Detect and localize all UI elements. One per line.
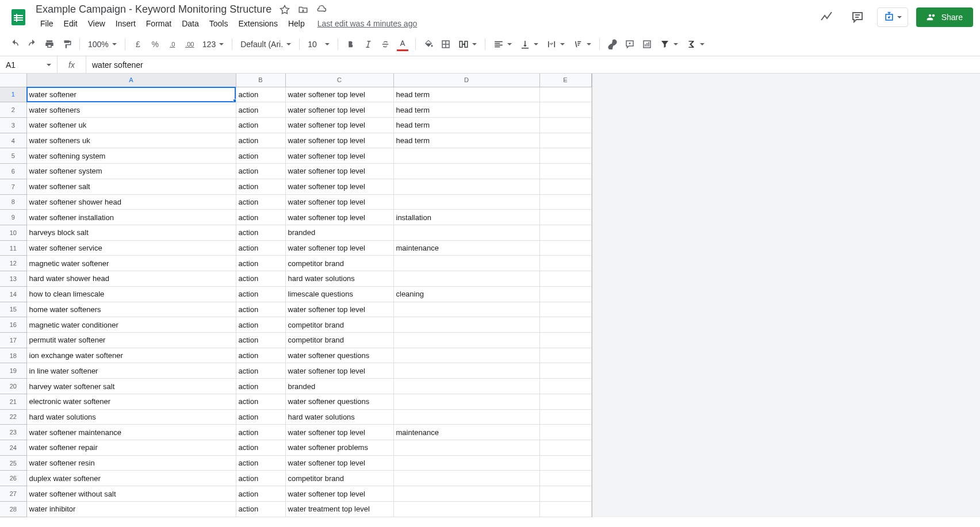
row-header[interactable]: 15 bbox=[0, 302, 26, 317]
cell[interactable] bbox=[539, 271, 591, 287]
name-box[interactable]: A1 bbox=[0, 56, 58, 73]
cell[interactable] bbox=[393, 363, 539, 379]
cell[interactable]: water softeners bbox=[26, 102, 236, 118]
cell[interactable]: water softener uk bbox=[26, 117, 236, 133]
cell[interactable]: water softener top level bbox=[285, 302, 393, 317]
document-title[interactable]: Example Campaign - Keyword Monitoring St… bbox=[36, 3, 271, 16]
cell[interactable]: limescale questions bbox=[285, 286, 393, 302]
menu-insert[interactable]: Insert bbox=[111, 17, 140, 30]
zoom-select[interactable]: 100% bbox=[85, 39, 120, 50]
cell[interactable] bbox=[393, 256, 539, 271]
spreadsheet-grid[interactable]: A B C D E 1water softeneractionwater sof… bbox=[0, 74, 592, 517]
column-header-e[interactable]: E bbox=[539, 74, 591, 87]
cell[interactable] bbox=[393, 179, 539, 194]
cell[interactable]: home water softeners bbox=[26, 302, 236, 317]
cell[interactable] bbox=[539, 210, 591, 225]
valign-button[interactable] bbox=[516, 38, 542, 51]
cell[interactable] bbox=[539, 194, 591, 210]
rotation-button[interactable] bbox=[569, 38, 595, 51]
cell[interactable]: water softener problems bbox=[285, 440, 393, 456]
cell[interactable]: water softening system bbox=[26, 148, 236, 164]
present-button[interactable] bbox=[877, 7, 908, 27]
cell[interactable]: harvey water softener salt bbox=[26, 379, 236, 394]
cell[interactable] bbox=[539, 333, 591, 348]
cell[interactable] bbox=[539, 302, 591, 317]
cell[interactable] bbox=[393, 225, 539, 240]
cell[interactable]: installation bbox=[393, 210, 539, 225]
row-header[interactable]: 2 bbox=[0, 102, 26, 118]
cell[interactable]: maintenance bbox=[393, 240, 539, 256]
cell[interactable]: maintenance bbox=[393, 425, 539, 440]
cell[interactable]: competitor brand bbox=[285, 317, 393, 333]
cell[interactable]: water inhibitor bbox=[26, 501, 236, 517]
cell[interactable]: water softener top level bbox=[285, 164, 393, 179]
menu-edit[interactable]: Edit bbox=[59, 17, 82, 30]
cell[interactable]: head term bbox=[393, 102, 539, 118]
cell[interactable]: water softener questions bbox=[285, 348, 393, 363]
cell[interactable]: permutit water softener bbox=[26, 333, 236, 348]
cell[interactable] bbox=[539, 286, 591, 302]
cell[interactable] bbox=[539, 87, 591, 102]
filter-button[interactable] bbox=[656, 38, 682, 51]
cell[interactable] bbox=[539, 179, 591, 194]
currency-button[interactable]: £ bbox=[130, 36, 146, 52]
cell[interactable]: how to clean limescale bbox=[26, 286, 236, 302]
cell[interactable]: water softener salt bbox=[26, 179, 236, 194]
cell[interactable] bbox=[393, 440, 539, 456]
comment-button[interactable] bbox=[622, 36, 638, 52]
row-header[interactable]: 6 bbox=[0, 164, 26, 179]
cell[interactable]: action bbox=[236, 302, 285, 317]
formula-input[interactable]: water softener bbox=[86, 60, 980, 70]
cell[interactable]: action bbox=[236, 256, 285, 271]
cell[interactable]: action bbox=[236, 348, 285, 363]
row-header[interactable]: 26 bbox=[0, 471, 26, 486]
cell[interactable]: water softeners uk bbox=[26, 133, 236, 148]
cell[interactable] bbox=[539, 363, 591, 379]
cell[interactable]: water softener installation bbox=[26, 210, 236, 225]
cell[interactable]: hard water shower head bbox=[26, 271, 236, 287]
cell[interactable] bbox=[539, 256, 591, 271]
row-header[interactable]: 11 bbox=[0, 240, 26, 256]
cell[interactable]: water softener service bbox=[26, 240, 236, 256]
cell[interactable]: water softener top level bbox=[285, 486, 393, 502]
cell[interactable]: action bbox=[236, 210, 285, 225]
cell[interactable]: action bbox=[236, 440, 285, 456]
functions-button[interactable] bbox=[683, 38, 708, 51]
cell[interactable] bbox=[539, 164, 591, 179]
percent-button[interactable]: % bbox=[147, 36, 163, 52]
row-header[interactable]: 23 bbox=[0, 425, 26, 440]
print-button[interactable] bbox=[41, 36, 58, 52]
cell[interactable]: action bbox=[236, 225, 285, 240]
cell[interactable] bbox=[539, 501, 591, 517]
cell[interactable]: hard water solutions bbox=[26, 409, 236, 425]
cell[interactable]: action bbox=[236, 271, 285, 287]
cell[interactable] bbox=[539, 317, 591, 333]
menu-help[interactable]: Help bbox=[284, 17, 309, 30]
cell[interactable] bbox=[539, 486, 591, 502]
activity-icon[interactable] bbox=[815, 6, 838, 29]
row-header[interactable]: 19 bbox=[0, 363, 26, 379]
menu-file[interactable]: File bbox=[36, 17, 58, 30]
row-header[interactable]: 28 bbox=[0, 501, 26, 517]
wrap-button[interactable] bbox=[543, 38, 568, 51]
cell[interactable] bbox=[393, 501, 539, 517]
fill-color-button[interactable] bbox=[420, 36, 437, 52]
cell[interactable]: water softener bbox=[26, 87, 236, 102]
row-header[interactable]: 25 bbox=[0, 455, 26, 471]
column-header-c[interactable]: C bbox=[285, 74, 393, 87]
column-header-a[interactable]: A bbox=[26, 74, 236, 87]
row-header[interactable]: 3 bbox=[0, 117, 26, 133]
cell[interactable] bbox=[539, 148, 591, 164]
cell[interactable]: action bbox=[236, 394, 285, 409]
row-header[interactable]: 24 bbox=[0, 440, 26, 456]
cell[interactable] bbox=[393, 471, 539, 486]
undo-button[interactable] bbox=[7, 36, 23, 52]
cell[interactable]: competitor brand bbox=[285, 333, 393, 348]
last-edit-link[interactable]: Last edit was 4 minutes ago bbox=[317, 19, 418, 28]
increase-decimal-button[interactable]: .00 bbox=[182, 36, 198, 52]
share-button[interactable]: Share bbox=[916, 7, 973, 27]
cell[interactable] bbox=[393, 486, 539, 502]
cell[interactable] bbox=[393, 379, 539, 394]
cell[interactable]: hard water solutions bbox=[285, 409, 393, 425]
strikethrough-button[interactable] bbox=[377, 36, 393, 52]
